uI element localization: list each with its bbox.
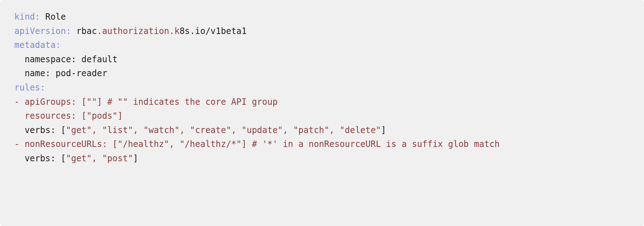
yaml-text: k: [174, 26, 179, 36]
yaml-verbs-prefix: verbs: [: [14, 125, 66, 135]
yaml-key-apiversion: apiVersion:: [14, 26, 71, 36]
yaml-line-nonresourceurls: nonResourceURLs: ["/healthz", "/healthz/…: [19, 139, 500, 149]
yaml-text: rbac: [71, 26, 97, 36]
yaml-line-namespace: namespace: default: [14, 54, 118, 64]
yaml-text: 8s.io/v1beta1: [179, 26, 247, 36]
yaml-dash: -: [14, 97, 19, 107]
code-block: kind: Role apiVersion: rbac.authorizatio…: [0, 0, 644, 226]
yaml-key-kind: kind:: [14, 12, 40, 22]
yaml-verbs-suffix: ]: [381, 125, 386, 135]
yaml-line-name: name: pod-reader: [14, 68, 107, 78]
code-content: kind: Role apiVersion: rbac.authorizatio…: [14, 10, 630, 166]
yaml-verbs-values: "get", "post": [66, 153, 133, 163]
yaml-dash: -: [14, 139, 19, 149]
yaml-key-rules: rules:: [14, 83, 45, 93]
yaml-dot: .: [97, 26, 102, 36]
yaml-verbs-values: "get", "list", "watch", "create", "updat…: [66, 125, 381, 135]
yaml-value-kind: Role: [40, 12, 66, 22]
yaml-dot: .: [169, 26, 174, 36]
yaml-key-metadata: metadata:: [14, 40, 61, 50]
yaml-verbs-suffix: ]: [133, 153, 138, 163]
yaml-line-resources: resources: ["pods"]: [14, 111, 123, 121]
yaml-line-apigroups: apiGroups: [""] # "" indicates the core …: [19, 97, 277, 107]
yaml-verbs-prefix: verbs: [: [14, 153, 66, 163]
yaml-text: authorization: [102, 26, 169, 36]
